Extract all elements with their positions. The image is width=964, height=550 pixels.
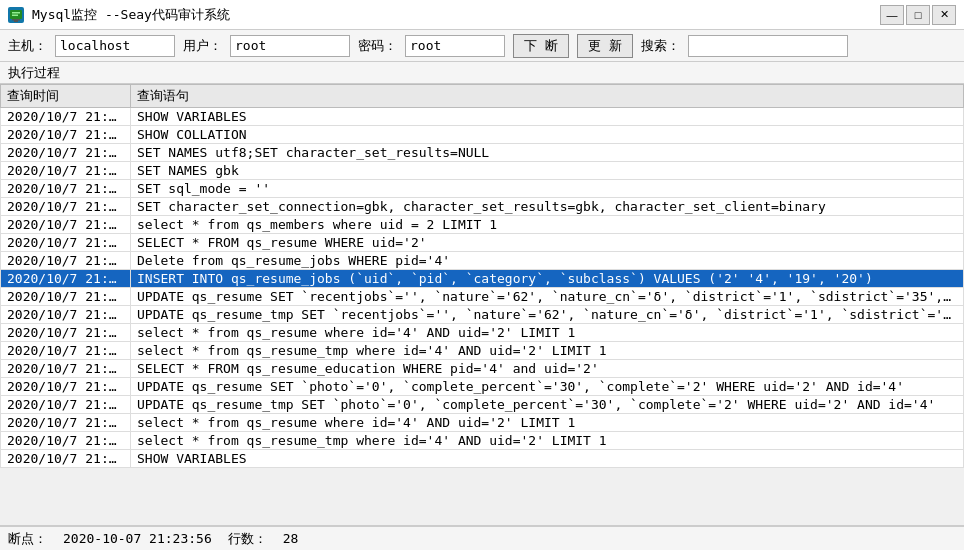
- refresh-button[interactable]: 更 新: [577, 34, 633, 58]
- cell-time: 2020/10/7 21:24: [1, 234, 131, 252]
- user-input[interactable]: [230, 35, 350, 57]
- svg-rect-4: [12, 19, 20, 21]
- cell-time: 2020/10/7 21:24: [1, 180, 131, 198]
- cell-sql: SELECT * FROM qs_resume_education WHERE …: [131, 360, 964, 378]
- table-row[interactable]: 2020/10/7 21:24SET sql_mode = '': [1, 180, 964, 198]
- table-row[interactable]: 2020/10/7 21:24select * from qs_resume_t…: [1, 342, 964, 360]
- breakpoint-value: 2020-10-07 21:23:56: [63, 531, 212, 546]
- table-row[interactable]: 2020/10/7 21:24select * from qs_members …: [1, 216, 964, 234]
- table-row[interactable]: 2020/10/7 21:24SET NAMES gbk: [1, 162, 964, 180]
- table-row[interactable]: 2020/10/7 21:24SHOW VARIABLES: [1, 108, 964, 126]
- window-controls: — □ ✕: [880, 5, 956, 25]
- cell-sql: SHOW COLLATION: [131, 126, 964, 144]
- table-row[interactable]: 2020/10/7 21:24SELECT * FROM qs_resume W…: [1, 234, 964, 252]
- table-row[interactable]: 2020/10/7 21:24SHOW COLLATION: [1, 126, 964, 144]
- table-row[interactable]: 2020/10/7 21:24select * from qs_resume_t…: [1, 432, 964, 450]
- cell-sql: UPDATE qs_resume SET `photo`='0', `compl…: [131, 378, 964, 396]
- stop-button[interactable]: 下 断: [513, 34, 569, 58]
- cell-time: 2020/10/7 21:24: [1, 216, 131, 234]
- title-bar: Mysql监控 --Seay代码审计系统 — □ ✕: [0, 0, 964, 30]
- col-header-time: 查询时间: [1, 85, 131, 108]
- cell-sql: SHOW VARIABLES: [131, 450, 964, 468]
- cell-time: 2020/10/7 21:24: [1, 288, 131, 306]
- minimize-button[interactable]: —: [880, 5, 904, 25]
- table-row[interactable]: 2020/10/7 21:24SET character_set_connect…: [1, 198, 964, 216]
- host-input[interactable]: [55, 35, 175, 57]
- cell-time: 2020/10/7 21:24: [1, 360, 131, 378]
- cell-sql: SET sql_mode = '': [131, 180, 964, 198]
- host-label: 主机：: [8, 37, 47, 55]
- table-header-row: 查询时间 查询语句: [1, 85, 964, 108]
- table-row[interactable]: 2020/10/7 21:24UPDATE qs_resume SET `rec…: [1, 288, 964, 306]
- cell-sql: SHOW VARIABLES: [131, 108, 964, 126]
- main-content: 查询时间 查询语句 2020/10/7 21:24SHOW VARIABLES2…: [0, 84, 964, 550]
- cell-sql: Delete from qs_resume_jobs WHERE pid='4': [131, 252, 964, 270]
- cell-sql: SELECT * FROM qs_resume WHERE uid='2': [131, 234, 964, 252]
- cell-time: 2020/10/7 21:24: [1, 126, 131, 144]
- cell-time: 2020/10/7 21:24: [1, 450, 131, 468]
- close-button[interactable]: ✕: [932, 5, 956, 25]
- col-header-sql: 查询语句: [131, 85, 964, 108]
- cell-sql: select * from qs_members where uid = 2 L…: [131, 216, 964, 234]
- search-label: 搜索：: [641, 37, 680, 55]
- row-count-label: 行数：: [228, 530, 267, 548]
- section-label: 执行过程: [0, 62, 964, 84]
- cell-sql: UPDATE qs_resume_tmp SET `recentjobs`=''…: [131, 306, 964, 324]
- cell-time: 2020/10/7 21:24: [1, 306, 131, 324]
- table-row[interactable]: 2020/10/7 21:24UPDATE qs_resume SET `pho…: [1, 378, 964, 396]
- table-row[interactable]: 2020/10/7 21:24select * from qs_resume w…: [1, 414, 964, 432]
- status-bar: 断点： 2020-10-07 21:23:56 行数： 28: [0, 526, 964, 550]
- table-row[interactable]: 2020/10/7 21:24INSERT INTO qs_resume_job…: [1, 270, 964, 288]
- pass-label: 密码：: [358, 37, 397, 55]
- query-table: 查询时间 查询语句 2020/10/7 21:24SHOW VARIABLES2…: [0, 84, 964, 468]
- cell-time: 2020/10/7 21:24: [1, 432, 131, 450]
- table-row[interactable]: 2020/10/7 21:24Delete from qs_resume_job…: [1, 252, 964, 270]
- cell-sql: select * from qs_resume where id='4' AND…: [131, 414, 964, 432]
- svg-rect-1: [12, 12, 20, 14]
- cell-time: 2020/10/7 21:24: [1, 198, 131, 216]
- cell-sql: SET NAMES utf8;SET character_set_results…: [131, 144, 964, 162]
- query-table-container[interactable]: 查询时间 查询语句 2020/10/7 21:24SHOW VARIABLES2…: [0, 84, 964, 526]
- cell-time: 2020/10/7 21:24: [1, 414, 131, 432]
- cell-sql: select * from qs_resume_tmp where id='4'…: [131, 432, 964, 450]
- cell-time: 2020/10/7 21:24: [1, 396, 131, 414]
- user-label: 用户：: [183, 37, 222, 55]
- table-row[interactable]: 2020/10/7 21:24SELECT * FROM qs_resume_e…: [1, 360, 964, 378]
- cell-sql: select * from qs_resume_tmp where id='4'…: [131, 342, 964, 360]
- cell-time: 2020/10/7 21:24: [1, 162, 131, 180]
- table-row[interactable]: 2020/10/7 21:24select * from qs_resume w…: [1, 324, 964, 342]
- toolbar: 主机： 用户： 密码： 下 断 更 新 搜索：: [0, 30, 964, 62]
- cell-sql: UPDATE qs_resume SET `recentjobs`='', `n…: [131, 288, 964, 306]
- svg-rect-2: [12, 14, 18, 16]
- maximize-button[interactable]: □: [906, 5, 930, 25]
- app-icon: [8, 7, 24, 23]
- app-title: Mysql监控 --Seay代码审计系统: [32, 6, 872, 24]
- cell-time: 2020/10/7 21:24: [1, 378, 131, 396]
- cell-sql: SET NAMES gbk: [131, 162, 964, 180]
- cell-sql: select * from qs_resume where id='4' AND…: [131, 324, 964, 342]
- cell-sql: INSERT INTO qs_resume_jobs (`uid`, `pid`…: [131, 270, 964, 288]
- cell-time: 2020/10/7 21:24: [1, 342, 131, 360]
- cell-time: 2020/10/7 21:24: [1, 108, 131, 126]
- cell-time: 2020/10/7 21:24: [1, 324, 131, 342]
- search-input[interactable]: [688, 35, 848, 57]
- cell-time: 2020/10/7 21:24: [1, 270, 131, 288]
- cell-sql: UPDATE qs_resume_tmp SET `photo`='0', `c…: [131, 396, 964, 414]
- cell-sql: SET character_set_connection=gbk, charac…: [131, 198, 964, 216]
- pass-input[interactable]: [405, 35, 505, 57]
- table-row[interactable]: 2020/10/7 21:24SHOW VARIABLES: [1, 450, 964, 468]
- cell-time: 2020/10/7 21:24: [1, 252, 131, 270]
- table-row[interactable]: 2020/10/7 21:24UPDATE qs_resume_tmp SET …: [1, 396, 964, 414]
- breakpoint-label: 断点：: [8, 530, 47, 548]
- table-row[interactable]: 2020/10/7 21:24SET NAMES utf8;SET charac…: [1, 144, 964, 162]
- table-body: 2020/10/7 21:24SHOW VARIABLES2020/10/7 2…: [1, 108, 964, 468]
- table-row[interactable]: 2020/10/7 21:24UPDATE qs_resume_tmp SET …: [1, 306, 964, 324]
- cell-time: 2020/10/7 21:24: [1, 144, 131, 162]
- row-count-value: 28: [283, 531, 299, 546]
